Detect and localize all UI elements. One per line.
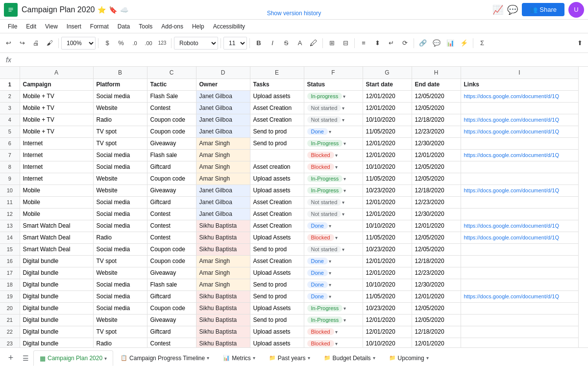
cell-tactic-19[interactable]: Giftcard [147,290,196,302]
cell-owner-7[interactable]: Amar Singh [196,149,250,161]
decimal-down-button[interactable]: .0 [128,37,141,50]
cell-campaign-20[interactable]: Digital bundle [20,302,93,314]
cell-links-16[interactable] [461,255,578,267]
menu-accessibility[interactable]: Accessibility [209,22,249,31]
col-header-g[interactable]: G [363,67,412,79]
cell-links-6[interactable] [461,137,578,149]
cell-status-10[interactable]: In-Progress ▾ [304,184,363,196]
menu-help[interactable]: Help [188,22,208,31]
cell-platform-20[interactable]: Social media [93,302,147,314]
status-dropdown-12[interactable]: ▾ [342,211,344,217]
cell-tasks-7[interactable] [250,149,304,161]
italic-button[interactable]: I [266,37,279,50]
cell-tactic-13[interactable]: Contest [147,220,196,232]
cell-tasks-22[interactable]: Upload assets [250,326,304,338]
cell-start-date-6[interactable]: 12/01/2020 [363,137,412,149]
cell-tasks-16[interactable]: Asset Creation [250,255,304,267]
tab-dropdown-progress[interactable]: ▾ [207,355,209,361]
cell-end-date-17[interactable]: 12/23/2020 [412,267,461,279]
cell-status-3[interactable]: Not started ▾ [304,102,363,114]
filter-button[interactable]: ⚡ [458,37,470,50]
cell-end-date-7[interactable]: 12/01/2020 [412,149,461,161]
cell-tactic-15[interactable]: Coupon code [147,243,196,255]
font-size-select[interactable]: 11 [223,37,247,50]
cell-platform-23[interactable]: Radio [93,338,147,347]
cell-links-7[interactable]: https://docs.google.com/document/d/1Q [461,149,578,161]
cloud-icon[interactable]: ☁️ [120,6,128,14]
star-icon[interactable]: ⭐ [98,6,106,14]
highlight-color-button[interactable]: 🖊 [307,37,320,50]
bold-button[interactable]: B [252,37,265,50]
cell-owner-19[interactable]: Sikhu Baptista [196,290,250,302]
cell-start-date-8[interactable]: 10/10/2020 [363,161,412,173]
formula-input[interactable] [15,56,586,63]
cell-tasks-4[interactable]: Asset Creation [250,114,304,126]
cell-platform-19[interactable]: Social media [93,290,147,302]
cell-platform-6[interactable]: TV spot [93,137,147,149]
cell-platform-10[interactable]: Website [93,184,147,196]
status-dropdown-21[interactable]: ▾ [343,317,346,323]
text-wrap-button[interactable]: ↵ [385,37,397,50]
cell-end-date-3[interactable]: 12/05/2020 [412,102,461,114]
cell-campaign-4[interactable]: Mobile + TV [20,114,93,126]
status-dropdown-5[interactable]: ▾ [329,129,331,134]
cell-owner-22[interactable]: Sikhu Baptista [196,326,250,338]
tab-budget-details[interactable]: 📁 Budget Details ▾ [318,350,382,366]
cell-start-date-4[interactable]: 10/10/2020 [363,114,412,126]
cell-end-date-21[interactable]: 12/05/2020 [412,314,461,326]
cell-end-date-6[interactable]: 12/30/2020 [412,137,461,149]
cell-campaign-17[interactable]: Digital bundle [20,267,93,279]
decimal-up-button[interactable]: .00 [142,37,155,50]
status-dropdown-7[interactable]: ▾ [335,153,338,158]
cell-owner-15[interactable]: Sikhu Baptista [196,243,250,255]
cell-platform-17[interactable]: Website [93,267,147,279]
cell-tasks-11[interactable]: Asset Creation [250,196,304,208]
version-history-link[interactable]: Show version history [267,10,321,17]
share-button[interactable]: 👥 Share [522,3,564,16]
cell-tasks-15[interactable]: Send to prod [250,243,304,255]
cell-owner-23[interactable]: Sikhu Baptista [196,338,250,347]
sheets-menu-button[interactable]: ☰ [19,351,32,365]
cell-owner-17[interactable]: Amar Singh [196,267,250,279]
status-dropdown-2[interactable]: ▾ [343,94,345,99]
cell-start-date-9[interactable]: 11/05/2020 [363,173,412,184]
cell-platform-5[interactable]: TV spot [93,126,147,137]
col-header-f[interactable]: F [304,67,363,79]
col-header-h[interactable]: H [412,67,461,79]
cell-campaign-23[interactable]: Digital bundle [20,338,93,347]
cell-tactic-20[interactable]: Coupon code [147,302,196,314]
cell-campaign-6[interactable]: Internet [20,137,93,149]
cell-links-14[interactable]: https://docs.google.com/document/d/1Q [461,232,578,243]
cell-links-15[interactable] [461,243,578,255]
undo-button[interactable]: ↩ [2,37,15,50]
status-dropdown-3[interactable]: ▾ [342,105,344,111]
cell-start-date-20[interactable]: 10/23/2020 [363,302,412,314]
cell-tactic-17[interactable]: Giveaway [147,267,196,279]
col-header-e[interactable]: E [250,67,304,79]
cell-platform-12[interactable]: Social media [93,208,147,220]
cell-end-date-19[interactable]: 12/01/2020 [412,290,461,302]
chart-button[interactable]: 📊 [444,37,457,50]
cell-start-date-12[interactable]: 12/01/2020 [363,208,412,220]
cell-owner-12[interactable]: Janet Gilboa [196,208,250,220]
cell-tactic-7[interactable]: Flash sale [147,149,196,161]
col-header-a[interactable]: A [20,67,93,79]
cell-start-date-18[interactable]: 10/10/2020 [363,279,412,290]
cell-status-18[interactable]: Done ▾ [304,279,363,290]
menu-file[interactable]: File [4,22,21,31]
cell-tasks-19[interactable]: Send to prod [250,290,304,302]
cell-tactic-2[interactable]: Flash Sale [147,90,196,102]
cell-owner-10[interactable]: Janet Gilboa [196,184,250,196]
cell-platform-9[interactable]: Website [93,173,147,184]
cell-end-date-20[interactable]: 12/05/2020 [412,302,461,314]
cell-start-date-21[interactable]: 12/01/2020 [363,314,412,326]
chat-icon[interactable]: 💬 [507,4,518,15]
cell-end-date-4[interactable]: 12/18/2020 [412,114,461,126]
cell-links-2[interactable]: https://docs.google.com/document/d/1Q [461,90,578,102]
status-dropdown-19[interactable]: ▾ [329,294,331,299]
cell-tasks-17[interactable]: Upload Assets [250,267,304,279]
cell-platform-22[interactable]: TV spot [93,326,147,338]
cell-owner-16[interactable]: Amar Singh [196,255,250,267]
cell-status-12[interactable]: Not started ▾ [304,208,363,220]
cell-links-5[interactable]: https://docs.google.com/document/d/1Q [461,126,578,137]
